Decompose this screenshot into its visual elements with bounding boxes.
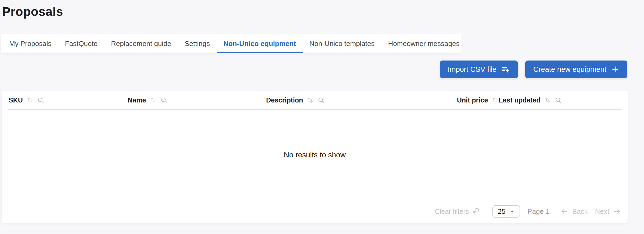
tab-fastquote[interactable]: FastQuote bbox=[58, 34, 104, 53]
empty-state-message: No results to show bbox=[2, 151, 628, 159]
sort-icon[interactable] bbox=[149, 97, 157, 104]
search-icon[interactable] bbox=[160, 97, 167, 104]
tab-replacement-guide[interactable]: Replacement guide bbox=[104, 34, 178, 53]
column-header-name: Name bbox=[128, 96, 266, 104]
sort-icon[interactable] bbox=[26, 97, 34, 104]
sort-icon[interactable] bbox=[491, 97, 499, 104]
column-header-description: Description bbox=[266, 96, 457, 104]
chevron-down-icon bbox=[509, 208, 515, 214]
sort-icon[interactable] bbox=[544, 97, 551, 104]
page-size-value: 25 bbox=[498, 207, 506, 216]
tab-homeowner-messages[interactable]: Homeowner messages bbox=[381, 34, 466, 53]
column-header-last-updated: Last updated bbox=[499, 96, 628, 104]
equipment-table-card: SKU Name bbox=[2, 91, 628, 223]
create-equipment-label: Create new equipment bbox=[533, 65, 606, 74]
tab-bar: My Proposals FastQuote Replacement guide… bbox=[1, 34, 461, 53]
column-label-last-updated: Last updated bbox=[499, 96, 541, 104]
page-size-select[interactable]: 25 bbox=[492, 205, 520, 218]
arrow-left-icon bbox=[560, 207, 568, 215]
table-header-row: SKU Name bbox=[2, 91, 628, 109]
column-label-name: Name bbox=[128, 96, 146, 104]
tab-non-unico-templates[interactable]: Non-Unico templates bbox=[303, 34, 381, 53]
search-icon[interactable] bbox=[555, 97, 562, 104]
search-icon[interactable] bbox=[317, 97, 325, 104]
next-button[interactable]: Next bbox=[595, 207, 621, 216]
search-off-icon bbox=[472, 207, 480, 215]
table-header-divider bbox=[8, 109, 621, 110]
page-title: Proposals bbox=[2, 4, 63, 19]
clear-filters-button[interactable]: Clear filters bbox=[435, 207, 480, 215]
clear-filters-label: Clear filters bbox=[435, 208, 469, 215]
column-header-unit-price: Unit price bbox=[457, 96, 499, 104]
create-equipment-button[interactable]: Create new equipment bbox=[525, 61, 627, 78]
column-header-sku: SKU bbox=[9, 96, 128, 104]
back-button[interactable]: Back bbox=[560, 207, 588, 216]
import-csv-button[interactable]: Import CSV file bbox=[440, 61, 518, 78]
plus-icon bbox=[611, 65, 619, 73]
column-label-sku: SKU bbox=[9, 96, 23, 104]
pagination-bar: Clear filters 25 Page 1 bbox=[435, 205, 621, 218]
page-indicator: Page 1 bbox=[527, 207, 549, 216]
playlist-add-icon bbox=[501, 65, 510, 74]
next-label: Next bbox=[595, 207, 609, 216]
toolbar-actions: Import CSV file Create new equipment bbox=[440, 61, 627, 78]
import-csv-label: Import CSV file bbox=[448, 65, 497, 74]
tab-settings[interactable]: Settings bbox=[178, 34, 217, 53]
column-label-description: Description bbox=[266, 96, 303, 104]
arrow-right-icon bbox=[613, 207, 621, 215]
back-label: Back bbox=[572, 207, 588, 216]
sort-icon[interactable] bbox=[307, 97, 314, 104]
tab-non-unico-equipment[interactable]: Non-Unico equipment bbox=[217, 34, 303, 53]
column-label-unit-price: Unit price bbox=[457, 96, 488, 104]
tab-my-proposals[interactable]: My Proposals bbox=[2, 34, 58, 53]
search-icon[interactable] bbox=[37, 97, 44, 104]
